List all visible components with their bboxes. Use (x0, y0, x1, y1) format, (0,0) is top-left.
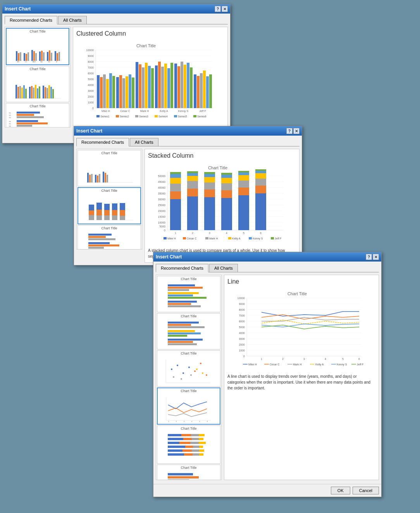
thumb-2-clustered[interactable]: Chart Title (77, 150, 141, 186)
thumb-2-horiz[interactable]: Chart Title (77, 225, 141, 250)
dialog-1-help-btn[interactable]: ? (215, 6, 221, 12)
svg-text:35000: 35000 (158, 192, 166, 195)
svg-rect-383 (199, 449, 204, 452)
svg-rect-152 (170, 63, 173, 108)
svg-text:50000: 50000 (158, 175, 166, 177)
svg-text:S6: S6 (9, 125, 11, 127)
svg-text:4000: 4000 (239, 332, 245, 334)
dialog-2-titlebar: Insert Chart ? ✕ (74, 126, 302, 136)
svg-rect-391 (168, 479, 189, 480)
thumb-bar-horiz[interactable]: Chart Title S1 (6, 103, 69, 127)
svg-rect-11 (39, 52, 41, 61)
svg-rect-206 (120, 210, 125, 216)
svg-rect-194 (89, 210, 94, 215)
svg-rect-284 (204, 172, 215, 174)
thumb-3-horiz-3[interactable]: Chart Title (157, 465, 220, 480)
ok-button[interactable]: OK (331, 487, 350, 494)
svg-rect-39 (39, 86, 40, 98)
thumb-clustered-2[interactable]: Chart Title (6, 66, 69, 102)
svg-rect-37 (35, 85, 36, 98)
svg-rect-297 (238, 172, 249, 175)
svg-rect-8 (31, 50, 33, 61)
svg-rect-385 (184, 453, 193, 456)
svg-text:2: 2 (282, 358, 284, 360)
tab-recommended-3[interactable]: Recommended Charts (156, 264, 208, 272)
svg-rect-322 (168, 289, 189, 291)
svg-rect-272 (187, 196, 198, 230)
tab-all-charts-2[interactable]: All Charts (130, 138, 158, 146)
svg-rect-390 (168, 476, 199, 479)
svg-rect-381 (182, 449, 192, 452)
dialog-2-thumb-list[interactable]: Chart Title (76, 149, 142, 250)
svg-rect-375 (199, 442, 206, 444)
cancel-button[interactable]: Cancel (353, 487, 379, 494)
svg-text:45000: 45000 (158, 181, 166, 183)
thumb-label-1: Chart Title (7, 29, 68, 33)
dialog-2-help-btn[interactable]: ? (286, 128, 293, 134)
svg-text:4: 4 (325, 358, 326, 360)
svg-rect-31 (21, 88, 23, 98)
svg-rect-136 (126, 76, 128, 108)
dialog-3-close-btn[interactable]: ✕ (373, 254, 379, 260)
tab-all-charts-1[interactable]: All Charts (58, 16, 87, 24)
svg-rect-41 (45, 87, 46, 98)
svg-text:Chart Title: Chart Title (287, 291, 307, 296)
svg-rect-294 (238, 188, 249, 195)
svg-rect-334 (168, 332, 201, 334)
thumb-3-horiz-1[interactable]: Chart Title (157, 276, 220, 312)
svg-text:25000: 25000 (158, 204, 166, 207)
svg-rect-172 (135, 115, 138, 117)
svg-rect-162 (197, 76, 200, 108)
svg-rect-366 (191, 434, 199, 436)
dialog-3-help-btn[interactable]: ? (366, 254, 372, 260)
svg-rect-174 (155, 115, 158, 117)
thumb-clustered-column[interactable]: Chart Title (6, 28, 69, 65)
svg-rect-138 (132, 77, 134, 108)
dialog-1-content: Chart Title (5, 27, 228, 141)
tab-recommended-1[interactable]: Recommended Charts (5, 16, 57, 24)
svg-rect-15 (49, 50, 50, 61)
svg-rect-369 (183, 438, 192, 440)
svg-rect-331 (168, 324, 191, 326)
tab-recommended-2[interactable]: Recommended Charts (76, 138, 129, 146)
svg-rect-28 (15, 85, 17, 98)
svg-rect-279 (204, 197, 215, 230)
svg-rect-159 (190, 67, 193, 108)
svg-rect-161 (194, 74, 196, 108)
svg-rect-163 (200, 73, 203, 108)
svg-rect-14 (47, 52, 48, 61)
dialog-3-thumb-list[interactable]: Chart Title (156, 275, 222, 480)
svg-rect-282 (204, 177, 215, 182)
svg-rect-158 (187, 63, 189, 108)
svg-text:S2: S2 (9, 114, 11, 116)
svg-rect-129 (106, 79, 109, 108)
tab-all-charts-3[interactable]: All Charts (209, 264, 238, 272)
thumb-3-hstacked[interactable]: Chart Title (157, 425, 220, 464)
svg-rect-280 (204, 189, 215, 197)
thumb-3-line[interactable]: Chart Title 1 2 3 4 5 (157, 387, 220, 425)
svg-rect-2 (16, 51, 17, 61)
svg-rect-195 (89, 215, 94, 220)
thumb-3-horiz-2[interactable]: Chart Title (157, 313, 220, 349)
svg-text:JF: JF (56, 61, 58, 63)
dialog-2-close-btn[interactable]: ✕ (293, 128, 300, 134)
svg-text:Series5: Series5 (178, 115, 187, 118)
svg-rect-44 (50, 87, 52, 98)
svg-rect-201 (104, 215, 110, 220)
svg-text:6000: 6000 (88, 72, 94, 75)
svg-rect-150 (164, 64, 167, 108)
svg-rect-333 (168, 330, 195, 332)
svg-rect-133 (116, 77, 119, 108)
svg-rect-164 (203, 71, 206, 108)
svg-point-345 (188, 367, 190, 368)
svg-rect-307 (164, 237, 167, 239)
svg-text:Series2: Series2 (120, 115, 129, 118)
svg-rect-12 (41, 51, 43, 61)
dialog-1-thumb-list[interactable]: Chart Title (5, 27, 71, 127)
svg-rect-130 (109, 73, 112, 108)
thumb-3-scatter[interactable]: Chart Title (157, 350, 220, 387)
thumb-2-stacked[interactable]: Chart Title (77, 187, 141, 224)
svg-rect-184 (91, 174, 93, 182)
dialog-1-close-btn[interactable]: ✕ (222, 6, 228, 12)
svg-text:Mike H: Mike H (167, 237, 176, 240)
